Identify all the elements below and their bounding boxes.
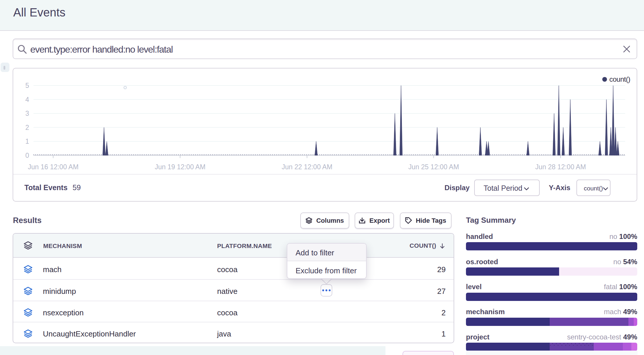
svg-text:5: 5: [25, 82, 29, 89]
svg-text:Jun 22 12:00 AM: Jun 22 12:00 AM: [282, 163, 333, 171]
svg-text:Jun 19 12:00 AM: Jun 19 12:00 AM: [155, 163, 206, 171]
svg-text:2: 2: [25, 124, 29, 131]
svg-text:count(): count(): [609, 75, 630, 83]
svg-text:0: 0: [25, 152, 29, 159]
svg-text:Jun 25 12:00 AM: Jun 25 12:00 AM: [408, 163, 459, 171]
svg-text:1: 1: [25, 138, 29, 145]
svg-text:3: 3: [25, 110, 29, 117]
svg-text:4: 4: [25, 96, 29, 103]
svg-text:Jun 28 12:00 AM: Jun 28 12:00 AM: [535, 163, 586, 171]
svg-text:Jun 16 12:00 AM: Jun 16 12:00 AM: [28, 163, 79, 171]
